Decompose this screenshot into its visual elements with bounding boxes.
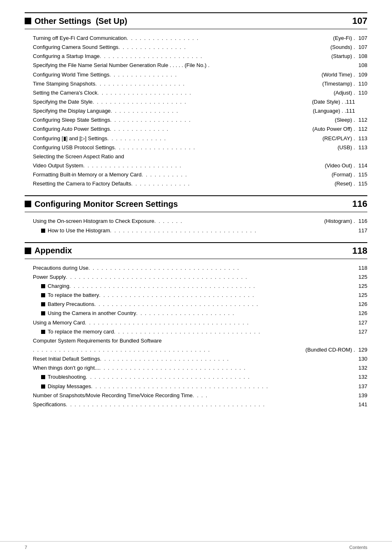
entry-page: 108 bbox=[355, 52, 367, 60]
entry-page: 127 bbox=[355, 328, 367, 336]
entry-keyword: (Date Style) . .111 bbox=[312, 98, 355, 106]
entry-label: Resetting the Camera to Factory Defaults bbox=[33, 180, 131, 188]
toc-entry-specifications: Specifications . . . . . . . . . . . . .… bbox=[33, 401, 367, 409]
section-title-other-settings: Other Settings (Set Up) bbox=[25, 16, 127, 26]
entry-page: 129 bbox=[355, 346, 367, 354]
entry-keyword: (World Time) . bbox=[322, 71, 355, 79]
entry-label: Configuring Auto Power Settings bbox=[33, 125, 110, 133]
entry-page: 113 bbox=[355, 134, 367, 143]
toc-entry-reset-defaults: Reset Initial Default Settings . . . . .… bbox=[33, 355, 367, 363]
toc-entry-memory-card: Using a Memory Card . . . . . . . . . . … bbox=[33, 319, 367, 327]
monitor-entries: Using the On-screen Histogram to Check E… bbox=[25, 215, 367, 242]
toc-entry-bundled-software: Computer System Requirements for Bundled… bbox=[33, 337, 367, 345]
entry-label: Troubleshooting bbox=[48, 373, 86, 381]
entry-label: When things don't go right... bbox=[33, 364, 99, 372]
entry-page: 113 bbox=[355, 144, 367, 152]
section-page-number: 116 bbox=[352, 199, 367, 209]
entry-keyword: (USB) . bbox=[337, 144, 355, 152]
entry-page: 126 bbox=[355, 309, 367, 317]
entry-label: Using the On-screen Histogram to Check E… bbox=[33, 217, 154, 225]
entry-label: Configuring World Time Settings bbox=[33, 71, 109, 79]
section-page-number: 118 bbox=[352, 245, 367, 256]
toc-entry-worldtime: Configuring World Time Settings . . . . … bbox=[33, 71, 367, 79]
toc-entry-timestamp: Time Stamping Snapshots . . . . . . . . … bbox=[33, 80, 367, 88]
entry-keyword: (REC/PLAY) . bbox=[323, 134, 355, 143]
entry-label: Setting the Camera's Clock bbox=[33, 89, 97, 97]
toc-entry-autopoweroff: Configuring Auto Power Settings . . . . … bbox=[33, 125, 367, 133]
entry-page: 116 bbox=[355, 217, 367, 225]
entry-page: 115 bbox=[355, 171, 367, 179]
entry-label: Power Supply bbox=[33, 273, 66, 281]
toc-entry-power-supply: Power Supply . . . . . . . . . . . . . .… bbox=[33, 273, 367, 281]
toc-entry-sleep: Configuring Sleep State Settings . . . .… bbox=[33, 116, 367, 124]
footer-label: Contents bbox=[349, 545, 367, 550]
sub-section-icon bbox=[41, 293, 45, 297]
section-title-monitor: Configuring Monitor Screen Settings bbox=[25, 199, 178, 209]
entry-label: Formatting Built-in Memory or a Memory C… bbox=[33, 171, 141, 179]
entry-page: 132 bbox=[355, 364, 367, 372]
entry-page: 110 bbox=[355, 89, 367, 97]
entry-label: Selecting the Screen Aspect Ratio and bbox=[33, 153, 124, 161]
entry-label: Configuring a Startup Image bbox=[33, 52, 100, 60]
sub-section-icon bbox=[41, 229, 45, 233]
entry-label: Specifying the File Name Serial Number G… bbox=[33, 61, 210, 69]
entry-label: Video Output System bbox=[33, 162, 83, 170]
toc-entry-clock: Setting the Camera's Clock . . . . . . .… bbox=[33, 89, 367, 97]
entry-keyword: (Sleep) . bbox=[335, 116, 355, 124]
section-header-appendix: Appendix 118 bbox=[25, 242, 367, 259]
section-subtitle: (Set Up) bbox=[96, 16, 127, 26]
entry-keyword: (Language) . .111 bbox=[313, 107, 355, 115]
toc-subentry-replace-memcard: To replace the memory card . . . . . . .… bbox=[41, 328, 367, 336]
entry-page: 141 bbox=[355, 401, 367, 409]
entry-keyword: (Video Out) . bbox=[325, 162, 355, 170]
toc-subentry-other-country: Using the Camera in another Country . . … bbox=[41, 309, 367, 317]
entry-keyword: (Reset) . bbox=[334, 180, 355, 188]
section-header-other-settings: Other Settings (Set Up) 107 bbox=[25, 12, 367, 29]
entry-label: Configuring [▮] and [▷] Settings bbox=[33, 134, 107, 143]
entry-page: 114 bbox=[355, 162, 367, 170]
entry-label: To replace the memory card bbox=[48, 328, 114, 336]
section-title-text: Other Settings bbox=[35, 16, 91, 26]
entry-page: 112 bbox=[355, 125, 367, 133]
entry-page: 125 bbox=[355, 282, 367, 290]
toc-entry-startup: Configuring a Startup Image . . . . . . … bbox=[33, 52, 367, 60]
entry-keyword: (Format) . bbox=[332, 171, 355, 179]
entry-label: Precautions during Use bbox=[33, 264, 88, 272]
toc-entry-precautions: Precautions during Use . . . . . . . . .… bbox=[33, 264, 367, 272]
toc-entry-format: Formatting Built-in Memory or a Memory C… bbox=[33, 171, 367, 179]
entry-keyword: (Histogram) . bbox=[324, 217, 355, 225]
toc-entry-datestyle: Specifying the Date Style . . . . . . . … bbox=[33, 98, 367, 106]
entry-keyword: (Adjust) . bbox=[334, 89, 355, 97]
entry-page: 118 bbox=[355, 264, 367, 272]
entry-label: Configuring Camera Sound Settings bbox=[33, 43, 118, 51]
sub-section-icon bbox=[41, 384, 45, 389]
sub-section-icon bbox=[41, 284, 45, 288]
section-icon-appendix bbox=[25, 248, 31, 254]
section-icon-monitor bbox=[25, 201, 31, 207]
entry-label: Turning off Eye-Fi Card Communication bbox=[33, 34, 127, 42]
entry-label: Using the Camera in another Country bbox=[48, 309, 136, 317]
section-title-appendix: Appendix bbox=[25, 246, 72, 255]
entry-page: 139 bbox=[355, 391, 367, 400]
entry-label: Reset Initial Default Settings bbox=[33, 355, 100, 363]
toc-subentry-charging: Charging . . . . . . . . . . . . . . . .… bbox=[41, 282, 367, 290]
entry-label: To replace the battery bbox=[48, 291, 99, 299]
section-title-text: Configuring Monitor Screen Settings bbox=[35, 199, 178, 209]
entry-label: Using a Memory Card bbox=[33, 319, 85, 327]
entry-label: Configuring USB Protocol Settings bbox=[33, 144, 115, 152]
entry-label: Display Messages bbox=[48, 382, 91, 391]
section-icon-other-settings bbox=[25, 18, 31, 24]
entry-label: Computer System Requirements for Bundled… bbox=[33, 337, 162, 345]
entry-page: 117 bbox=[355, 227, 367, 235]
toc-subentry-display-messages: Display Messages . . . . . . . . . . . .… bbox=[41, 382, 367, 391]
footer: 7 Contents bbox=[0, 541, 392, 550]
section-title-text: Appendix bbox=[35, 246, 72, 255]
section-page-number: 107 bbox=[352, 16, 367, 26]
entry-label: Charging bbox=[48, 282, 69, 290]
sub-section-icon bbox=[41, 302, 45, 306]
entry-page: 108 bbox=[355, 61, 367, 69]
entry-page: 125 bbox=[355, 291, 367, 299]
entry-page: 115 bbox=[355, 180, 367, 188]
toc-subentry-histogram-use: How to Use the Histogram . . . . . . . .… bbox=[41, 227, 367, 235]
entry-page: 126 bbox=[355, 300, 367, 308]
